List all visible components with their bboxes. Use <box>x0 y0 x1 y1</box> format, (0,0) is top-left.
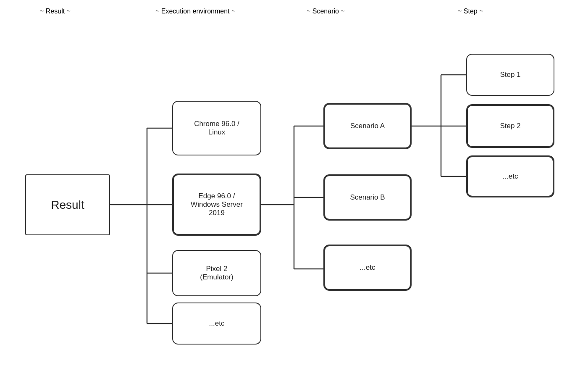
step-node-1: Step 1 <box>466 54 554 96</box>
col-header-scenario: ~ Scenario ~ <box>307 8 345 15</box>
scenario-node-a: Scenario A <box>323 103 412 149</box>
diagram-container: ~ Result ~ ~ Execution environment ~ ~ S… <box>0 0 588 392</box>
step-node-etc: ...etc <box>466 155 554 197</box>
result-node: Result <box>25 174 110 235</box>
col-header-env: ~ Execution environment ~ <box>155 8 235 15</box>
scenario-node-b: Scenario B <box>323 174 412 221</box>
col-header-result: ~ Result ~ <box>40 8 71 15</box>
col-header-step: ~ Step ~ <box>458 8 483 15</box>
env-node-chrome: Chrome 96.0 / Linux <box>172 101 261 155</box>
step-node-2: Step 2 <box>466 104 554 148</box>
env-node-pixel: Pixel 2 (Emulator) <box>172 250 261 296</box>
env-node-etc: ...etc <box>172 303 261 345</box>
env-node-edge: Edge 96.0 / Windows Server 2019 <box>172 174 261 236</box>
scenario-node-etc: ...etc <box>323 245 412 291</box>
